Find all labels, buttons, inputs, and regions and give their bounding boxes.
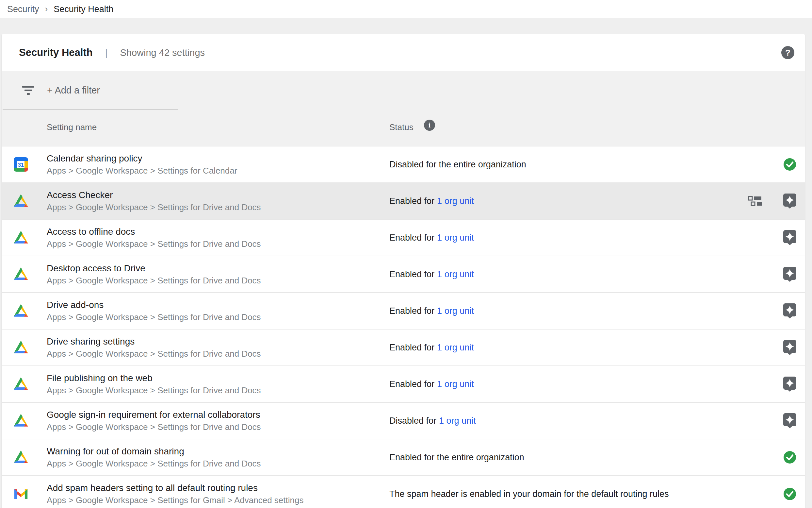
setting-row[interactable]: Warning for out of domain sharing Apps >…: [2, 439, 805, 476]
setting-name-cell: File publishing on the web Apps > Google…: [47, 372, 261, 396]
status-cell: Disabled for the entire organization: [389, 160, 526, 170]
filter-bar: + Add a filter: [2, 71, 805, 110]
org-unit-link[interactable]: 1 org unit: [437, 343, 474, 352]
recommendation-icon[interactable]: [783, 413, 796, 428]
setting-path: Apps > Google Workspace > Settings for D…: [47, 421, 261, 433]
setting-path: Apps > Google Workspace > Settings for D…: [47, 201, 261, 213]
breadcrumb: Security › Security Health: [0, 0, 812, 18]
status-cell: Enabled for the entire organization: [389, 453, 524, 463]
info-icon[interactable]: i: [424, 120, 435, 131]
setting-name-cell: Desktop access to Drive Apps > Google Wo…: [47, 262, 261, 286]
drive-icon: [13, 340, 29, 355]
setting-title: Google sign-in requirement for external …: [47, 409, 261, 421]
breadcrumb-security-health: Security Health: [54, 4, 113, 14]
drive-icon: [13, 230, 29, 245]
status-cell: The spam header is enabled in your domai…: [389, 489, 669, 499]
settings-count: Showing 42 settings: [120, 47, 205, 58]
status-cell: Enabled for1 org unit: [389, 379, 474, 389]
setting-row[interactable]: File publishing on the web Apps > Google…: [2, 366, 805, 403]
setting-title: Access to offline docs: [47, 225, 261, 238]
status-text: Enabled for: [389, 196, 434, 206]
setting-name-cell: Warning for out of domain sharing Apps >…: [47, 445, 261, 469]
recommendation-icon[interactable]: [783, 267, 796, 282]
org-unit-link[interactable]: 1 org unit: [437, 269, 474, 279]
drive-icon: [13, 304, 29, 319]
setting-path: Apps > Google Workspace > Settings for D…: [47, 238, 261, 250]
setting-path: Apps > Google Workspace > Settings for D…: [47, 348, 261, 359]
chevron-right-icon: ›: [45, 4, 48, 14]
gmail-icon: [14, 488, 28, 501]
setting-name-cell: Drive add-ons Apps > Google Workspace > …: [47, 299, 261, 323]
setting-title: File publishing on the web: [47, 372, 261, 384]
status-ok-icon: [783, 451, 796, 464]
setting-title: Drive sharing settings: [47, 335, 261, 348]
setting-path: Apps > Google Workspace > Settings for D…: [47, 384, 261, 396]
setting-title: Calendar sharing policy: [47, 152, 237, 165]
org-unit-link[interactable]: 1 org unit: [439, 416, 476, 426]
svg-text:31: 31: [18, 162, 24, 168]
setting-name-cell: Access to offline docs Apps > Google Wor…: [47, 225, 261, 250]
recommendation-icon[interactable]: [783, 340, 796, 355]
org-unit-link[interactable]: 1 org unit: [437, 306, 474, 316]
recommendation-icon[interactable]: [783, 303, 796, 319]
drive-icon: [13, 194, 29, 209]
setting-title: Access Checker: [47, 189, 261, 201]
card-header: Security Health | Showing 42 settings ?: [2, 34, 805, 71]
setting-path: Apps > Google Workspace > Settings for G…: [47, 494, 303, 506]
column-status: Status: [389, 122, 414, 132]
drive-icon: [13, 450, 29, 465]
status-cell: Enabled for1 org unit: [389, 269, 474, 280]
setting-path: Apps > Google Workspace > Settings for C…: [47, 165, 237, 176]
org-unit-link[interactable]: 1 org unit: [437, 233, 474, 243]
setting-name-cell: Google sign-in requirement for external …: [47, 409, 261, 433]
setting-title: Add spam headers setting to all default …: [47, 482, 303, 494]
column-setting-name: Setting name: [47, 122, 97, 132]
table-header: Setting name Status i: [2, 110, 805, 146]
status-text: Disabled for the entire organization: [389, 160, 526, 169]
status-cell: Enabled for1 org unit: [389, 343, 474, 353]
drive-icon: [13, 414, 29, 428]
status-text: Disabled for: [389, 416, 436, 426]
recommendation-icon[interactable]: [783, 194, 796, 209]
setting-title: Warning for out of domain sharing: [47, 445, 261, 458]
setting-row[interactable]: Google sign-in requirement for external …: [2, 403, 805, 439]
drive-icon: [13, 377, 29, 392]
setting-name-cell: Drive sharing settings Apps > Google Wor…: [47, 335, 261, 359]
setting-row[interactable]: Access Checker Apps > Google Workspace >…: [2, 183, 805, 220]
status-cell: Enabled for1 org unit: [389, 196, 474, 206]
status-text: Enabled for: [389, 379, 434, 389]
setting-row[interactable]: Add spam headers setting to all default …: [2, 476, 805, 508]
setting-row[interactable]: 31 Calendar sharing policy Apps > Google…: [2, 146, 805, 183]
status-text: Enabled for: [389, 306, 434, 316]
status-text: Enabled for: [389, 343, 434, 352]
setting-row[interactable]: Desktop access to Drive Apps > Google Wo…: [2, 256, 805, 293]
recommendation-icon[interactable]: [783, 230, 796, 245]
setting-path: Apps > Google Workspace > Settings for D…: [47, 274, 261, 286]
status-ok-icon: [783, 158, 796, 171]
setting-row[interactable]: Drive add-ons Apps > Google Workspace > …: [2, 293, 805, 330]
filter-and-header-section: + Add a filter Setting name Status i: [2, 71, 805, 146]
help-icon[interactable]: ?: [781, 46, 794, 59]
status-cell: Disabled for1 org unit: [389, 416, 476, 426]
setting-title: Desktop access to Drive: [47, 262, 261, 274]
status-text: Enabled for: [389, 233, 434, 243]
org-unit-link[interactable]: 1 org unit: [437, 196, 474, 206]
status-cell: Enabled for1 org unit: [389, 233, 474, 243]
security-health-card: Security Health | Showing 42 settings ? …: [2, 34, 805, 508]
settings-list: 31 Calendar sharing policy Apps > Google…: [2, 146, 805, 508]
setting-row[interactable]: Access to offline docs Apps > Google Wor…: [2, 220, 805, 256]
setting-path: Apps > Google Workspace > Settings for D…: [47, 458, 261, 469]
status-ok-icon: [783, 488, 796, 501]
setting-row[interactable]: Drive sharing settings Apps > Google Wor…: [2, 330, 805, 366]
org-unit-link[interactable]: 1 org unit: [437, 379, 474, 389]
page-title: Security Health: [19, 47, 93, 58]
setting-path: Apps > Google Workspace > Settings for D…: [47, 311, 261, 323]
status-text: The spam header is enabled in your domai…: [389, 489, 669, 499]
calendar-icon: 31: [14, 157, 28, 172]
setting-name-cell: Add spam headers setting to all default …: [47, 482, 303, 506]
recommendation-icon[interactable]: [783, 377, 796, 392]
setting-title: Drive add-ons: [47, 299, 261, 311]
add-filter-button[interactable]: + Add a filter: [47, 85, 100, 96]
breadcrumb-security[interactable]: Security: [7, 4, 39, 14]
setting-name-cell: Calendar sharing policy Apps > Google Wo…: [47, 152, 237, 176]
